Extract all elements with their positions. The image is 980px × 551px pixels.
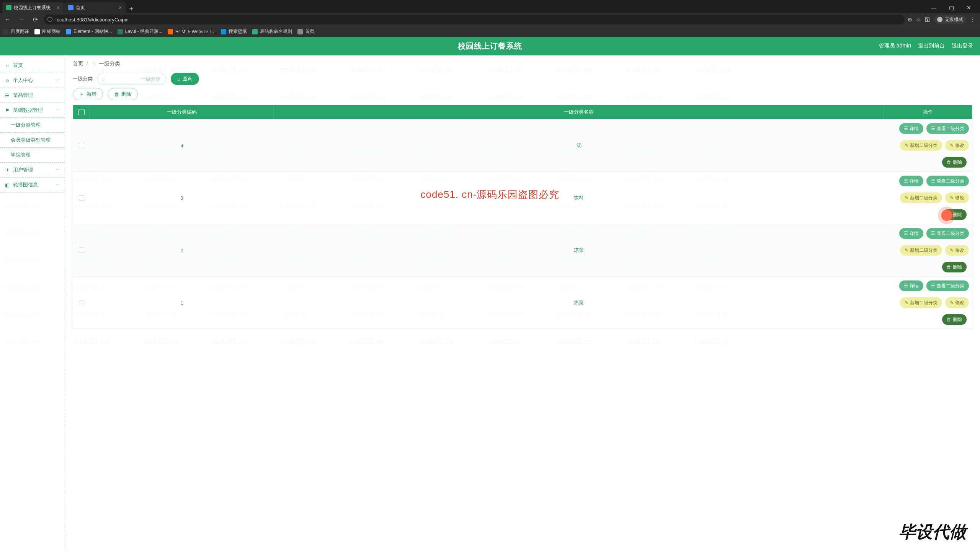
- bookmark-item[interactable]: 图标网站: [34, 28, 60, 35]
- sidebar-item[interactable]: ◧ 轮播图信息 ﹀: [0, 178, 65, 192]
- search-icon: ⌕: [177, 76, 180, 82]
- name-header: 一级分类名称: [274, 105, 884, 119]
- bookmark-item[interactable]: Element - 网站快...: [66, 28, 112, 35]
- detail-button[interactable]: ☰详情: [899, 228, 923, 239]
- browser-tab[interactable]: 校园线上订餐系统 ×: [2, 2, 64, 13]
- edit-button[interactable]: ✎修改: [945, 192, 969, 203]
- table-row: 2 凉菜 ☰详情 ☰查看二级分类 ✎新增二级分类 ✎修改 🗑删除: [73, 224, 972, 276]
- site-info-icon[interactable]: ⓘ: [47, 16, 52, 23]
- window-maximize[interactable]: ▢: [942, 2, 960, 13]
- bookmark-item[interactable]: 表结构命名规则: [252, 28, 292, 35]
- pencil-icon: ✎: [905, 143, 908, 148]
- current-user-label[interactable]: 管理员 admin: [879, 42, 911, 49]
- ops-header: 操作: [884, 105, 972, 119]
- close-icon[interactable]: ×: [57, 5, 60, 10]
- add-subcategory-button[interactable]: ✎新增二级分类: [900, 140, 942, 151]
- menu-icon: ✈: [5, 167, 10, 173]
- key-icon[interactable]: ⚿: [925, 16, 930, 23]
- bookmark-star-icon[interactable]: ☆: [916, 16, 921, 23]
- bookmark-favicon: [297, 29, 303, 34]
- new-tab-button[interactable]: ＋: [126, 4, 136, 13]
- sidebar-item-label: 首页: [13, 62, 23, 69]
- sidebar-item[interactable]: ☺ 个人中心 ﹀: [0, 73, 65, 88]
- row-delete-button[interactable]: 🗑删除: [942, 157, 967, 168]
- logout-link[interactable]: 退出登录: [952, 42, 973, 49]
- breadcrumb-current: 一级分类: [99, 60, 120, 67]
- delete-button[interactable]: 🗑 删除: [108, 88, 138, 100]
- sidebar-item-label: 基础数据管理: [13, 107, 43, 114]
- edit-button[interactable]: ✎修改: [945, 297, 969, 308]
- view-subcategory-button[interactable]: ☰查看二级分类: [926, 228, 969, 239]
- row-delete-button[interactable]: 🗑删除: [942, 314, 967, 325]
- incognito-badge: 无痕模式: [934, 15, 966, 24]
- category-search-input[interactable]: [97, 73, 166, 85]
- checkbox-icon: [79, 143, 84, 148]
- bookmark-item[interactable]: 搜索壁纸: [221, 28, 247, 35]
- detail-button[interactable]: ☰详情: [899, 280, 923, 291]
- exit-to-front-link[interactable]: 退出到前台: [918, 42, 945, 49]
- bookmark-item[interactable]: HTML5 Website T...: [168, 29, 216, 34]
- sidebar-item[interactable]: ✈ 用户管理 ﹀: [0, 163, 65, 178]
- bookmark-label: 首页: [305, 28, 314, 35]
- sidebar-subitem[interactable]: 学院管理: [0, 148, 65, 163]
- sidebar-item[interactable]: ☰ 菜品管理: [0, 88, 65, 103]
- row-checkbox-cell[interactable]: [73, 277, 90, 329]
- row-ops-cell: ☰详情 ☰查看二级分类 ✎新增二级分类 ✎修改 🗑删除: [884, 172, 972, 224]
- omnibox[interactable]: ⓘ localhost:8081/#/dictionaryCaipin: [44, 15, 905, 24]
- row-checkbox-cell[interactable]: [73, 119, 90, 171]
- detail-button[interactable]: ☰详情: [899, 123, 923, 134]
- browser-tab[interactable]: 首页 ×: [64, 2, 126, 13]
- bookmark-favicon: [168, 29, 173, 34]
- nav-forward-button[interactable]: →: [16, 14, 27, 25]
- bookmark-item[interactable]: 首页: [297, 28, 314, 35]
- row-ops-cell: ☰详情 ☰查看二级分类 ✎新增二级分类 ✎修改 🗑删除: [884, 277, 972, 329]
- doc-icon: ☰: [931, 178, 935, 184]
- row-name-cell: 汤: [274, 119, 884, 171]
- checkbox-icon: [79, 195, 84, 201]
- translate-icon[interactable]: ⊕: [908, 16, 912, 23]
- nav-reload-button[interactable]: ⟳: [30, 14, 41, 25]
- bookmark-item[interactable]: Layui - 经典开源...: [118, 28, 162, 35]
- edit-button[interactable]: ✎修改: [945, 245, 969, 256]
- detail-button[interactable]: ☰详情: [899, 176, 923, 186]
- select-all-header[interactable]: [73, 105, 90, 119]
- bookmark-item[interactable]: 百度翻译: [3, 28, 29, 35]
- browser-menu-icon[interactable]: ⋮: [970, 16, 975, 23]
- row-checkbox-cell[interactable]: [73, 172, 90, 224]
- row-delete-button[interactable]: 🗑删除: [942, 209, 967, 220]
- pencil-icon: ✎: [950, 195, 954, 201]
- url-text: localhost:8081/#/dictionaryCaipin: [56, 17, 129, 23]
- window-close[interactable]: ✕: [960, 2, 978, 13]
- view-subcategory-button[interactable]: ☰查看二级分类: [926, 176, 969, 186]
- row-delete-button[interactable]: 🗑删除: [942, 262, 967, 272]
- view-subcategory-button[interactable]: ☰查看二级分类: [926, 280, 969, 291]
- trash-icon: 🗑: [114, 91, 119, 97]
- tab-title: 首页: [76, 5, 116, 11]
- search-icon: ⌕: [102, 76, 105, 82]
- doc-icon: ☰: [931, 231, 935, 236]
- window-minimize[interactable]: —: [925, 2, 942, 13]
- bookmark-label: Element - 网站快...: [74, 28, 112, 35]
- table-row: 3 饮料 ☰详情 ☰查看二级分类 ✎新增二级分类 ✎修改 🗑删除: [73, 171, 972, 224]
- sidebar-item[interactable]: ⚑ 基础数据管理 ﹀: [0, 103, 65, 118]
- close-icon[interactable]: ×: [119, 5, 122, 10]
- nav-back-button[interactable]: ←: [2, 14, 13, 25]
- breadcrumb-root[interactable]: 首页: [73, 60, 83, 67]
- add-button[interactable]: ＋ 新增: [73, 88, 103, 100]
- bookmark-favicon: [66, 29, 71, 34]
- sidebar-subitem[interactable]: 会员等级类型管理: [0, 133, 65, 148]
- bookmark-label: 百度翻译: [11, 28, 29, 35]
- menu-icon: ◧: [5, 182, 10, 187]
- view-subcategory-button[interactable]: ☰查看二级分类: [926, 123, 969, 134]
- add-subcategory-button[interactable]: ✎新增二级分类: [900, 297, 942, 308]
- query-button[interactable]: ⌕ 查询: [171, 73, 199, 85]
- add-subcategory-button[interactable]: ✎新增二级分类: [900, 192, 942, 203]
- bookmark-favicon: [221, 29, 226, 34]
- doc-icon: ☰: [904, 231, 908, 236]
- bookmark-label: 搜索壁纸: [229, 28, 247, 35]
- sidebar-item[interactable]: ⌂ 首页: [0, 58, 65, 73]
- row-checkbox-cell[interactable]: [73, 224, 90, 276]
- sidebar-subitem[interactable]: 一级分类管理: [0, 118, 65, 133]
- edit-button[interactable]: ✎修改: [945, 140, 969, 151]
- add-subcategory-button[interactable]: ✎新增二级分类: [900, 245, 942, 256]
